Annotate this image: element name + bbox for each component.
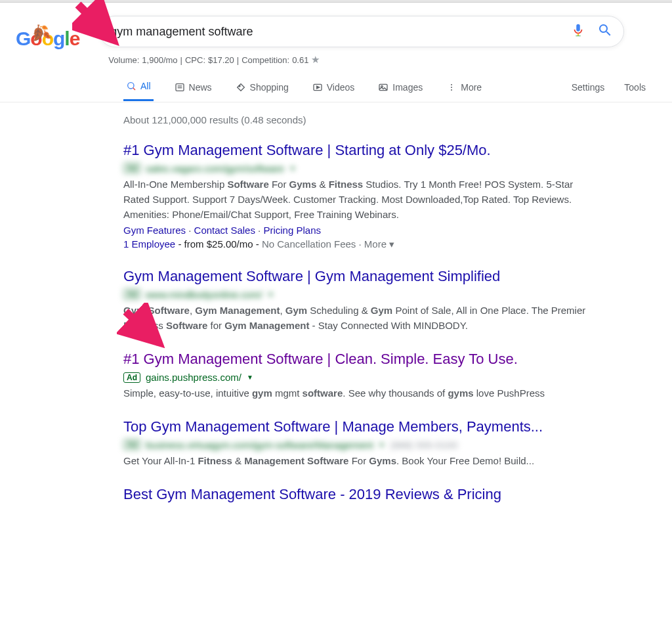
search-result: Top Gym Management Software | Manage Mem… <box>123 418 596 468</box>
svg-point-12 <box>451 84 452 85</box>
result-stats: About 121,000,000 results (0.48 seconds) <box>123 114 672 125</box>
search-input[interactable] <box>110 25 571 39</box>
annotation-arrow-result <box>117 303 176 364</box>
search-result: #1 Gym Management Software | Clean. Simp… <box>123 350 596 401</box>
result-url[interactable]: www.mindbodyonline.com/ <box>146 289 262 300</box>
svg-line-3 <box>133 88 135 90</box>
tab-news[interactable]: News <box>172 73 215 100</box>
svg-point-13 <box>451 87 452 88</box>
star-icon[interactable]: ★ <box>311 54 320 66</box>
svg-line-1 <box>78 5 114 40</box>
result-sitelinks: Gym Features · Contact Sales · Pricing P… <box>123 225 596 236</box>
tab-all[interactable]: All <box>123 72 154 101</box>
search-result: Best Gym Management Software - 2019 Revi… <box>123 485 596 504</box>
ad-badge: Ad <box>123 372 140 383</box>
result-snippet: Simple, easy-to-use, intuitive gym mgmt … <box>123 385 596 401</box>
offer-link[interactable]: 1 Employee <box>123 238 175 250</box>
svg-line-16 <box>126 312 159 343</box>
search-result: Gym Management Software | Gym Management… <box>123 267 596 333</box>
result-snippet: Get Your All-In-1 Fitness & Management S… <box>123 453 596 468</box>
tools-link[interactable]: Tools <box>624 73 646 100</box>
svg-point-14 <box>451 89 452 91</box>
search-results: #1 Gym Management Software | Starting at… <box>123 141 596 504</box>
chevron-down-icon[interactable]: ▼ <box>379 441 385 449</box>
result-title[interactable]: Gym Management Software | Gym Management… <box>123 267 596 286</box>
tab-more[interactable]: More <box>444 73 484 100</box>
annotation-arrow-search <box>72 0 131 60</box>
chevron-down-icon[interactable]: ▼ <box>289 165 296 172</box>
sitelink[interactable]: Pricing Plans <box>263 225 321 236</box>
more-dropdown[interactable]: · More ▾ <box>356 238 394 250</box>
ad-badge: Ad <box>123 163 140 173</box>
result-title[interactable]: #1 Gym Management Software | Clean. Simp… <box>123 350 596 369</box>
result-snippet: Gym Software, Gym Management, Gym Schedu… <box>123 303 596 334</box>
settings-link[interactable]: Settings <box>572 73 605 100</box>
search-icon[interactable] <box>597 22 613 41</box>
svg-point-7 <box>239 85 240 87</box>
mic-icon[interactable] <box>571 23 585 40</box>
sitelink[interactable]: Gym Features <box>123 225 186 236</box>
search-header: Google 🍂 Volume: 1,900/mo | CPC: $17.20 … <box>0 3 672 66</box>
google-logo[interactable]: Google 🍂 <box>16 28 79 50</box>
search-tabs: All News Shopping Videos Images More Set… <box>0 71 672 102</box>
seo-stats: Volume: 1,900/mo | CPC: $17.20 | Competi… <box>108 54 624 66</box>
sitelink[interactable]: Contact Sales <box>194 225 255 236</box>
ad-badge: Ad <box>123 439 140 450</box>
search-result: #1 Gym Management Software | Starting at… <box>123 141 596 250</box>
ad-badge: Ad <box>123 289 140 299</box>
result-url[interactable]: gains.pushpress.com/ <box>146 372 242 383</box>
result-title[interactable]: Best Gym Management Software - 2019 Revi… <box>123 485 596 504</box>
chevron-down-icon[interactable]: ▼ <box>247 374 253 381</box>
tab-images[interactable]: Images <box>375 73 425 100</box>
result-snippet: All-In-One Membership Software For Gyms … <box>123 177 596 223</box>
result-title[interactable]: #1 Gym Management Software | Starting at… <box>123 141 596 160</box>
result-url[interactable]: sales.vagaro.com/gym/software <box>146 163 284 174</box>
chevron-down-icon[interactable]: ▼ <box>268 291 274 298</box>
svg-point-2 <box>128 83 134 89</box>
result-url[interactable]: business.virtuagym.com/gym-software/Mana… <box>146 439 373 450</box>
tab-videos[interactable]: Videos <box>310 73 358 100</box>
tab-shopping[interactable]: Shopping <box>233 73 291 100</box>
result-offer: 1 Employee - from $25.00/mo - No Cancell… <box>123 238 596 250</box>
result-phone: (888) 555-0100 <box>390 439 458 450</box>
svg-marker-9 <box>316 86 319 89</box>
search-box <box>99 16 624 47</box>
result-title[interactable]: Top Gym Management Software | Manage Mem… <box>123 418 596 437</box>
